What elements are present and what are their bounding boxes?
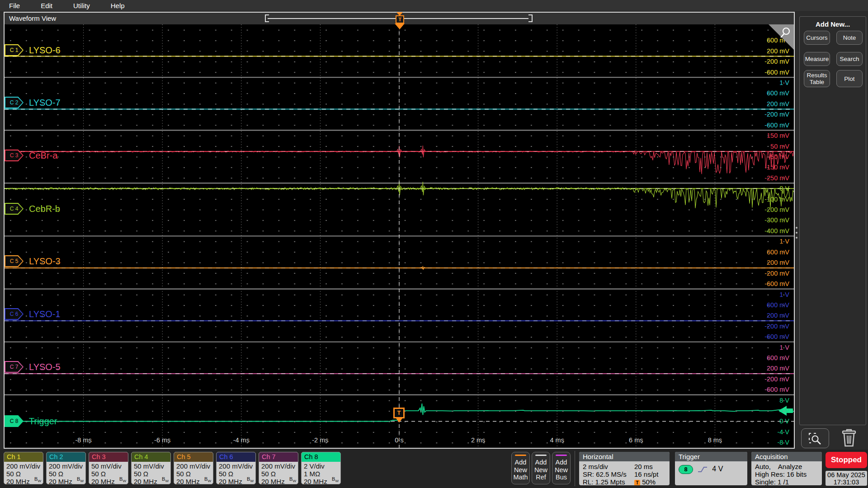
add-new-search-button[interactable]: Search: [836, 52, 863, 66]
horizontal-scale: 2 ms/div: [583, 463, 608, 470]
channel-badge-settings: 200 mV/div50 Ω20 MHzBW: [259, 462, 298, 484]
channel-settings-badge-6[interactable]: Ch 6200 mV/div50 Ω20 MHzBW: [216, 452, 256, 484]
channel-badge-c3[interactable]: C 3: [5, 150, 24, 161]
add-new-results-table-button[interactable]: Results Table: [804, 70, 830, 87]
bottom-bar: Horizontal 2 ms/div 20 ms SR: 62.5 MS/s …: [0, 450, 868, 488]
time-axis-label: -2 ms: [312, 436, 328, 444]
channel-badge-title: Ch 5: [174, 452, 213, 462]
channel-badge-c4[interactable]: C 4: [5, 203, 24, 215]
right-sidebar: Add New... CursorsNoteMeasureSearchResul…: [795, 11, 868, 450]
trigger-marker-bottom-icon[interactable]: [395, 23, 405, 29]
horizontal-panel[interactable]: Horizontal 2 ms/div 20 ms SR: 62.5 MS/s …: [579, 452, 670, 485]
channel-badge-settings: 50 mV/div50 Ω20 MHzBW: [132, 462, 170, 484]
overview-bracket-right[interactable]: [528, 14, 533, 22]
bandwidth-limit-badge: BW: [289, 475, 296, 484]
channel-badge-title: Ch 3: [89, 452, 128, 462]
channel-badge-c1[interactable]: C 1: [5, 44, 24, 56]
add-new-note-button[interactable]: Note: [836, 31, 863, 45]
channel-slab-4: 0 V-100 mV-200 mV-300 mV-400 mV: [5, 183, 794, 236]
channel-slab-3: 150 mV50 mV-50 mV-150 mV-250 mV: [5, 130, 794, 183]
plot-area[interactable]: T 600 mV200 mV-200 mV-600 mVC 1LYSO-61 V…: [5, 24, 794, 448]
scale-label: 600 mV: [767, 89, 789, 97]
channel-group-c8: C 8Trigger: [5, 415, 57, 427]
scale-label: -4 V: [777, 428, 789, 436]
add-new-math-button[interactable]: AddNewMath: [511, 452, 530, 484]
channel-badge-settings: 50 mV/div50 Ω20 MHzBW: [89, 462, 128, 484]
acquisition-single: Single: 1 /1: [755, 478, 789, 485]
bandwidth-limit-badge: BW: [332, 475, 339, 484]
channel-name-c6: LYSO-1: [29, 309, 61, 319]
acquisition-res: High Res: 16 bits: [755, 470, 807, 478]
scale-label: -200 mV: [764, 323, 789, 330]
channel-badge-c2[interactable]: C 2: [5, 97, 24, 108]
scale-label: -600 mV: [764, 333, 789, 340]
channel-settings-badge-7[interactable]: Ch 7200 mV/div50 Ω20 MHzBW: [259, 452, 298, 484]
channel-badge-settings: 200 mV/div50 Ω20 MHzBW: [174, 462, 213, 484]
menu-item-utility[interactable]: Utility: [73, 2, 90, 9]
channel-slab-2: 1 V600 mV200 mV-200 mV-600 mV: [5, 77, 794, 130]
time-axis-label: -6 ms: [154, 436, 170, 444]
channel-badge-label: C 2: [5, 98, 23, 108]
horizontal-title: Horizontal: [579, 452, 670, 461]
scale-label: -200 mV: [764, 375, 789, 383]
channel-slab-7: 1 V600 mV200 mV-200 mV-600 mV: [5, 342, 794, 395]
magnifier-icon: [778, 26, 792, 40]
channel-name-c5: LYSO-3: [29, 256, 61, 267]
trash-button[interactable]: [840, 427, 858, 450]
channel-badge-c7[interactable]: C 7: [5, 361, 24, 373]
bandwidth-limit-badge: BW: [204, 475, 211, 484]
menu-item-file[interactable]: File: [9, 2, 20, 9]
channel-group-c3: C 3CeBr-a: [5, 150, 57, 161]
channel-settings-badge-5[interactable]: Ch 5200 mV/div50 Ω20 MHzBW: [174, 452, 213, 484]
channel-slab-5: 1 V600 mV200 mV-200 mV-600 mV: [5, 236, 794, 289]
channel-badge-label: C 4: [5, 204, 23, 214]
scale-label: 200 mV: [767, 365, 789, 372]
scale-label: -50 mV: [768, 153, 789, 160]
bandwidth-limit-badge: BW: [247, 475, 254, 484]
menu-item-edit[interactable]: Edit: [41, 2, 52, 9]
accent-bar: [515, 455, 526, 456]
scale-label: -150 mV: [764, 164, 789, 171]
zoom-region-button[interactable]: [801, 428, 829, 448]
scale-label: 200 mV: [767, 312, 789, 319]
date-label: 06 May 2025: [826, 471, 867, 479]
channel-settings-badge-3[interactable]: Ch 350 mV/div50 Ω20 MHzBW: [89, 452, 128, 484]
channel-group-c4: C 4CebR-b: [5, 203, 60, 215]
menu-item-help[interactable]: Help: [111, 2, 125, 9]
channel-settings-badge-1[interactable]: Ch 1200 mV/div50 Ω20 MHzBW: [4, 452, 43, 484]
scale-label: 200 mV: [767, 259, 789, 266]
scale-label: 0 V: [779, 418, 789, 425]
time-axis-label: 4 ms: [550, 436, 564, 444]
scale-label: -200 mV: [764, 111, 789, 118]
time-axis-label: 0 s: [395, 436, 403, 444]
add-new-plot-button[interactable]: Plot: [836, 70, 863, 87]
add-new-title: Add New...: [800, 20, 866, 28]
overview-bracket-left[interactable]: [265, 14, 269, 22]
time-label: 17:31:03: [826, 479, 867, 486]
add-new-bus-button[interactable]: AddNewBus: [552, 452, 571, 484]
channel-settings-badge-8[interactable]: Ch 82 V/div1 MΩ20 MHzBW: [301, 452, 341, 484]
run-stop-status[interactable]: Stopped: [826, 452, 867, 468]
channel-group-c1: C 1LYSO-6: [5, 44, 61, 56]
add-new-cursors-button[interactable]: Cursors: [804, 31, 830, 45]
trigger-panel[interactable]: Trigger 8 4 V: [675, 452, 747, 485]
channel-badge-c8[interactable]: C 8: [5, 415, 24, 427]
scale-label: 600 mV: [767, 249, 789, 256]
channel-badge-title: Ch 7: [259, 452, 298, 462]
channel-settings-badge-4[interactable]: Ch 450 mV/div50 Ω20 MHzBW: [131, 452, 171, 484]
add-new-measure-button[interactable]: Measure: [804, 52, 830, 66]
add-new-panel: Add New... CursorsNoteMeasureSearchResul…: [799, 16, 866, 425]
acquisition-panel[interactable]: Acquisition Auto, Analyze High Res: 16 b…: [751, 452, 822, 485]
trigger-position-marker[interactable]: T: [396, 15, 404, 23]
horizontal-trig-pos: T 50%: [634, 478, 656, 485]
channel-name-c3: CeBr-a: [29, 150, 57, 161]
channel-settings-badge-2[interactable]: Ch 2200 mV/div50 Ω20 MHzBW: [46, 452, 86, 484]
channel-badge-c6[interactable]: C 6: [5, 308, 24, 320]
menu-bar: FileEditUtilityHelp: [0, 0, 868, 11]
splitter-handle[interactable]: [795, 227, 798, 245]
channel-badge-c5[interactable]: C 5: [5, 255, 24, 267]
time-axis-label: 2 ms: [471, 436, 485, 444]
scale-label: -300 mV: [764, 216, 789, 224]
add-new-ref-button[interactable]: AddNewRef: [532, 452, 550, 484]
trigger-t-badge[interactable]: T: [393, 408, 405, 418]
